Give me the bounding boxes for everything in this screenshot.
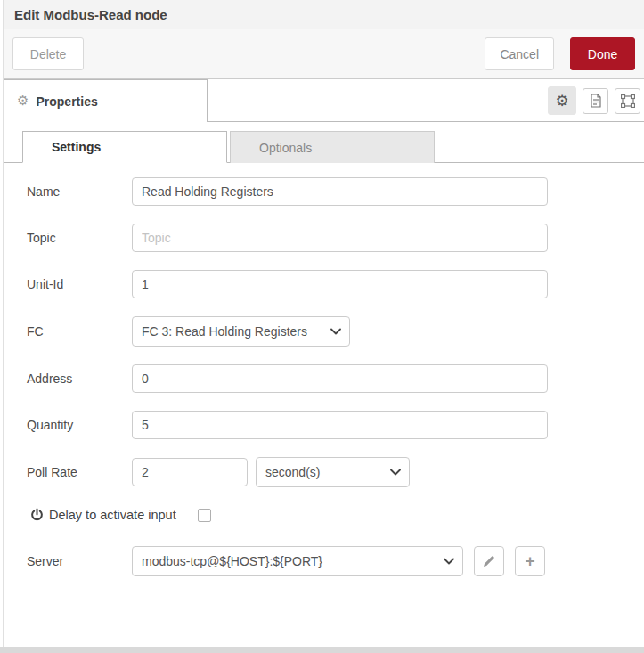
power-icon [30, 508, 44, 522]
bottom-tray-bar [0, 647, 644, 653]
description-button[interactable] [583, 88, 608, 114]
topic-row: Topic [27, 224, 644, 252]
plus-icon: + [525, 552, 534, 569]
document-icon [590, 94, 602, 108]
gear-icon: ⚙ [17, 94, 29, 108]
delete-button[interactable]: Delete [12, 37, 84, 70]
delay-checkbox[interactable] [198, 509, 211, 522]
tab-properties-label: Properties [36, 94, 97, 109]
poll-rate-row: Poll Rate second(s) [27, 457, 644, 487]
dialog-toolbar: Delete Cancel Done [4, 29, 644, 79]
settings-form: Name Topic Unit-Id FC FC 3: Read Holding… [4, 163, 644, 576]
cancel-button[interactable]: Cancel [485, 37, 554, 70]
tab-optionals[interactable]: Optionals [230, 131, 435, 163]
dialog-content: Settings Optionals Name Topic Unit-Id FC [4, 122, 644, 576]
dialog-title: Edit Modbus-Read node [14, 7, 167, 22]
edit-node-dialog: Edit Modbus-Read node Delete Cancel Done… [4, 0, 644, 647]
appearance-button[interactable] [615, 88, 640, 114]
poll-rate-unit-select[interactable]: second(s) [256, 457, 410, 487]
name-label: Name [27, 184, 132, 199]
fc-label: FC [27, 324, 132, 339]
topic-input[interactable] [132, 224, 548, 252]
server-select[interactable]: modbus-tcp@${HOST}:${PORT} [132, 546, 463, 576]
pencil-icon [483, 555, 495, 567]
gear-icon: ⚙ [555, 94, 568, 109]
address-input[interactable] [132, 364, 548, 393]
unit-id-row: Unit-Id [27, 270, 644, 298]
delay-row: Delay to activate input [30, 505, 644, 525]
quantity-row: Quantity [27, 411, 644, 439]
done-button[interactable]: Done [570, 37, 635, 70]
appearance-icon [621, 94, 635, 108]
properties-gear-button[interactable]: ⚙ [548, 86, 576, 115]
server-label: Server [27, 554, 132, 568]
tab-settings[interactable]: Settings [22, 131, 227, 163]
add-server-button[interactable]: + [515, 546, 545, 576]
quantity-input[interactable] [132, 411, 548, 439]
editor-tab-row: ⚙ Properties ⚙ [4, 79, 644, 122]
unit-id-label: Unit-Id [27, 277, 132, 291]
dialog-header: Edit Modbus-Read node [4, 0, 644, 29]
dialog-left-border [3, 0, 4, 647]
poll-rate-input[interactable] [132, 458, 248, 486]
fc-row: FC FC 3: Read Holding Registers [27, 316, 644, 347]
name-input[interactable] [132, 177, 548, 206]
name-row: Name [27, 177, 644, 206]
server-row: Server modbus-tcp@${HOST}:${PORT} + [27, 546, 644, 576]
settings-tab-bar: Settings Optionals [4, 131, 644, 163]
editor-tab-icons: ⚙ [548, 86, 640, 115]
unit-id-input[interactable] [132, 270, 548, 298]
fc-select[interactable]: FC 3: Read Holding Registers [132, 316, 350, 347]
delay-label: Delay to activate input [49, 508, 176, 522]
address-row: Address [27, 364, 644, 393]
edit-server-button[interactable] [474, 546, 504, 576]
quantity-label: Quantity [27, 418, 132, 432]
address-label: Address [27, 371, 132, 386]
tab-properties[interactable]: ⚙ Properties [4, 79, 208, 122]
poll-rate-label: Poll Rate [27, 465, 132, 479]
topic-label: Topic [27, 231, 132, 245]
